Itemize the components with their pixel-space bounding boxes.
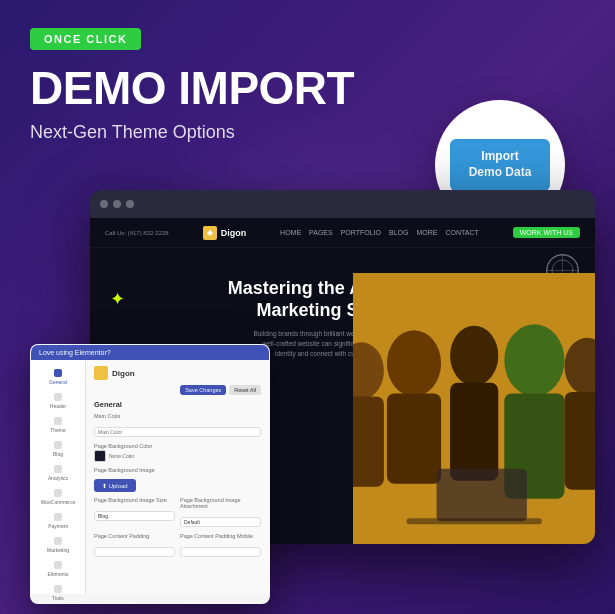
main-color-input[interactable] <box>94 427 261 437</box>
blog-icon <box>54 441 62 449</box>
bg-attach-label: Page Background Image Attachment <box>180 497 261 509</box>
digan-label: Digon <box>112 369 135 378</box>
upload-image-button[interactable]: ⬆ Upload <box>94 479 136 492</box>
sidebar-header-label: Header <box>50 403 66 409</box>
nav-contact: CONTACT <box>445 229 478 236</box>
nav-portfolio: PORTFOLIO <box>341 229 381 236</box>
content-padding-mobile-label: Page Content Padding Mobile <box>180 533 261 539</box>
content-padding-field: Page Content Padding <box>94 533 175 558</box>
website-hero-image <box>353 273 595 544</box>
nav-cta: WORK WITH US <box>513 227 580 238</box>
sidebar-theme-label: Theme <box>50 427 66 433</box>
content-padding-mobile-input[interactable] <box>180 547 261 557</box>
sidebar-marketing-label: Marketing <box>47 547 69 553</box>
bg-size-field: Page Background Image Size <box>94 497 175 528</box>
bg-size-attach-row: Page Background Image Size Page Backgrou… <box>94 497 261 533</box>
sidebar-payment-label: Payment <box>48 523 68 529</box>
browser-dot-3 <box>126 200 134 208</box>
content-padding-row: Page Content Padding Page Content Paddin… <box>94 533 261 563</box>
nav-call: Call Us: (417) 822-2228 <box>105 230 169 236</box>
panel-body: General Header Theme Blog <box>31 360 269 594</box>
analytics-icon <box>54 465 62 473</box>
logo-icon <box>203 226 217 240</box>
sidebar-item-analytics[interactable]: Analytics <box>31 461 85 485</box>
sidebar-item-blog[interactable]: Blog <box>31 437 85 461</box>
sidebar-item-header[interactable]: Header <box>31 389 85 413</box>
theme-icon <box>54 417 62 425</box>
panel-header-text: Love using Elementor? <box>39 349 111 356</box>
reset-all-button[interactable]: Reset All <box>229 385 261 395</box>
website-nav: Call Us: (417) 822-2228 Digon HOME PAGES… <box>90 218 595 248</box>
import-demo-button[interactable]: Import Demo Data <box>450 139 550 190</box>
sidebar-tools-label: Tools <box>52 595 64 601</box>
sidebar-item-elements[interactable]: Elements <box>31 557 85 581</box>
browser-dot-1 <box>100 200 108 208</box>
panel-header: Love using Elementor? <box>31 345 269 360</box>
bg-color-label: Page Background Color <box>94 443 261 449</box>
people-image <box>353 273 595 544</box>
nav-home: HOME <box>280 229 301 236</box>
header-icon <box>54 393 62 401</box>
nav-more: MORE <box>416 229 437 236</box>
bg-size-input[interactable] <box>94 511 175 521</box>
color-label-text: None Color <box>109 453 134 459</box>
nav-blog: BLOG <box>389 229 408 236</box>
panel-top-bar: Save Changes Reset All <box>94 385 261 395</box>
marketing-icon <box>54 537 62 545</box>
bg-image-label: Page Background Image <box>94 467 261 473</box>
sidebar-analytics-label: Analytics <box>48 475 68 481</box>
bg-size-label: Page Background Image Size <box>94 497 175 503</box>
content-padding-input[interactable] <box>94 547 175 557</box>
sidebar-item-theme[interactable]: Theme <box>31 413 85 437</box>
main-container: ONCE CLICK DEMO IMPORT Next-Gen Theme Op… <box>0 0 615 614</box>
star-decoration: ✦ <box>110 288 125 310</box>
bg-color-field: Page Background Color None Color <box>94 443 261 462</box>
save-changes-button[interactable]: Save Changes <box>180 385 226 395</box>
sidebar-woo-label: WooCommerce <box>41 499 76 505</box>
color-swatch[interactable] <box>94 450 106 462</box>
sidebar-item-tools[interactable]: Tools <box>31 581 85 604</box>
panel-mockup: Love using Elementor? General Header T <box>30 344 270 604</box>
panel-logo: Digon <box>94 366 261 380</box>
logo-text: Digon <box>221 228 247 238</box>
color-picker-row: None Color <box>94 450 261 462</box>
sidebar-item-general[interactable]: General <box>31 365 85 389</box>
section-title: General <box>94 400 261 409</box>
bg-attach-input[interactable] <box>180 517 261 527</box>
sidebar-item-payment[interactable]: Payment <box>31 509 85 533</box>
nav-logo: Digon <box>203 226 247 240</box>
panel-main: Digon Save Changes Reset All General Mai… <box>86 360 269 594</box>
content-padding-label: Page Content Padding <box>94 533 175 539</box>
nav-pages: PAGES <box>309 229 333 236</box>
browser-bar <box>90 190 595 218</box>
sidebar-blog-label: Blog <box>53 451 63 457</box>
sidebar-item-marketing[interactable]: Marketing <box>31 533 85 557</box>
badge: ONCE CLICK <box>30 28 141 50</box>
digan-icon <box>94 366 108 380</box>
nav-links: HOME PAGES PORTFOLIO BLOG MORE CONTACT <box>280 229 479 236</box>
main-color-field: Main Color <box>94 413 261 438</box>
tools-icon <box>54 585 62 593</box>
bg-image-field: Page Background Image ⬆ Upload <box>94 467 261 492</box>
content-padding-mobile-field: Page Content Padding Mobile <box>180 533 261 558</box>
main-color-label: Main Color <box>94 413 261 419</box>
elements-icon <box>54 561 62 569</box>
general-icon <box>54 369 62 377</box>
svg-rect-17 <box>353 273 595 544</box>
panel-sidebar: General Header Theme Blog <box>31 360 86 594</box>
browser-dot-2 <box>113 200 121 208</box>
mockup-area: Call Us: (417) 822-2228 Digon HOME PAGES… <box>30 190 595 604</box>
sidebar-elements-label: Elements <box>48 571 69 577</box>
payment-icon <box>54 513 62 521</box>
sidebar-general-label: General <box>49 379 67 385</box>
woo-icon <box>54 489 62 497</box>
bg-attach-field: Page Background Image Attachment <box>180 497 261 528</box>
sidebar-item-woocommerce[interactable]: WooCommerce <box>31 485 85 509</box>
